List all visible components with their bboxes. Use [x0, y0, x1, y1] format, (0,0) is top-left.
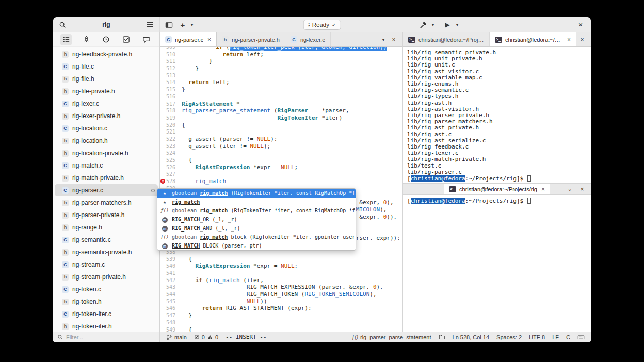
bottom-panel-close-button[interactable]: × — [576, 184, 588, 195]
file-item[interactable]: hrig-file-private.h — [55, 85, 158, 97]
completion-item[interactable]: mRIG_MATCH_AND (_l, _r) — [157, 224, 356, 233]
code-text: } — [180, 86, 185, 93]
window-close-button[interactable]: × — [575, 20, 586, 30]
code-line: 549 { — [160, 326, 403, 332]
editor-tab[interactable]: hrig-parser-private.h — [217, 32, 285, 46]
history-panel-button[interactable] — [101, 34, 112, 45]
file-item[interactable]: hrig-parser-matchers.h — [55, 196, 158, 209]
completion-item[interactable]: mRIG_MATCH_OR (_l, _r) — [157, 215, 356, 224]
messages-panel-button[interactable] — [141, 34, 152, 45]
file-item[interactable]: Crig-token-iter.c — [55, 308, 158, 320]
file-item[interactable]: Crig-match.c — [55, 159, 158, 172]
line-ending-setting[interactable]: LF — [552, 334, 559, 340]
star-icon: ★ — [160, 198, 169, 206]
tab-close-icon[interactable]: × — [566, 36, 571, 43]
code-text: { — [180, 256, 192, 263]
run-options-chevron-icon[interactable]: ▾ — [454, 19, 461, 30]
terminal-bottom[interactable]: [christian@fedora:~/Projects/rig]$ — [403, 195, 591, 332]
file-item[interactable]: Crig-lexer.c — [55, 97, 158, 110]
file-name: rig-semantic-private.h — [72, 249, 155, 256]
current-symbol[interactable]: ƒ() rig_parser_parse_statement — [352, 334, 431, 340]
panel-chevron-icon[interactable]: ⌄ — [566, 184, 573, 195]
file-item[interactable]: Crig-token.c — [55, 283, 158, 295]
editor-close-button[interactable]: × — [388, 34, 399, 45]
file-item[interactable]: Crig-stream.c — [55, 258, 158, 271]
completion-item[interactable]: mRIG_MATCH_BLOCK (parser, ptr) — [157, 241, 356, 250]
file-item[interactable]: hrig-location.h — [55, 135, 158, 147]
run-button[interactable]: ▶ — [442, 19, 453, 30]
completion-item[interactable]: ★rig_match — [157, 198, 356, 206]
build-button[interactable] — [417, 19, 429, 30]
omnibar-status[interactable]: ▴▾ Ready ✓ — [303, 20, 341, 30]
error-icon: × — [160, 179, 165, 184]
completion-item[interactable]: ★gboolean rig_match (RigTokenIter *iter,… — [157, 189, 356, 198]
file-item[interactable]: hrig-token.h — [55, 295, 158, 308]
file-item[interactable]: hrig-parser-private.h — [55, 209, 158, 221]
terminal-line: lib/rig-types.h — [407, 93, 587, 100]
terminal-bottom-tab[interactable]: >_ christian@fedora:~/Projects/rig × — [444, 184, 550, 194]
line-number: 547 — [160, 312, 180, 319]
prompt-user-host: christian@fedora — [411, 198, 465, 204]
project-tree-button[interactable] — [60, 34, 72, 45]
gnome-builder-window: rig + ▾ ▴▾ Ready ✓ ▾ ▶ ▾ — [53, 17, 591, 342]
indentation-setting[interactable]: Spaces: 2 — [496, 334, 522, 340]
file-name: rig-file.h — [72, 75, 155, 83]
build-options-chevron-icon[interactable]: ▾ — [429, 19, 437, 30]
git-branch[interactable]: main — [166, 334, 187, 340]
file-name: rig-parser.c — [72, 187, 148, 194]
completion-item[interactable]: ƒ()gboolean rig_match (RigTokenIter *ite… — [157, 206, 356, 215]
line-number: 526 — [160, 164, 180, 171]
file-item[interactable]: hrig-file.h — [55, 73, 158, 85]
file-item[interactable]: Crig-file.c — [55, 60, 158, 73]
panel-close-button[interactable]: × — [576, 34, 588, 45]
todo-panel-button[interactable] — [121, 34, 132, 45]
file-type-icon: C — [62, 63, 69, 70]
code-text — [180, 171, 182, 178]
encoding-setting[interactable]: UTF-8 — [529, 334, 545, 340]
tab-close-icon[interactable]: × — [206, 36, 211, 43]
new-tab-button[interactable]: + — [177, 19, 188, 30]
editor-tab-strip: Crig-parser.c×hrig-parser-private.hCrig-… — [160, 32, 331, 46]
file-type-icon: C — [62, 101, 69, 107]
updown-chevrons-icon: ▴▾ — [308, 22, 310, 27]
status-bar: main 0 0 -- INSERT -- ƒ() rig_parser_par… — [160, 332, 591, 342]
toggle-left-panel-button[interactable] — [163, 19, 174, 30]
keyboard-button[interactable] — [577, 334, 585, 341]
file-item[interactable]: hrig-token-iter.h — [55, 320, 158, 332]
file-item[interactable]: Crig-semantic.c — [55, 234, 158, 246]
filter-input[interactable] — [66, 334, 138, 340]
file-item[interactable]: Crig-parser.c — [55, 184, 158, 196]
cursor-position[interactable]: Ln 528, Col 14 — [453, 334, 490, 340]
new-tab-chevron-icon[interactable]: ▾ — [188, 19, 196, 30]
tab-label: rig-parser-private.h — [232, 37, 280, 43]
file-name: rig-token-iter.h — [72, 323, 155, 330]
tab-close-icon[interactable]: × — [540, 186, 545, 193]
editor-tab[interactable]: Crig-parser.c× — [160, 32, 217, 46]
file-item[interactable]: Crig-location.c — [55, 122, 158, 135]
file-item[interactable]: hrig-range.h — [55, 221, 158, 234]
file-item[interactable]: hrig-match-private.h — [55, 172, 158, 184]
code-text — [180, 93, 182, 101]
terminal-top[interactable]: lib/rig-semantic-private.hlib/rig-unit-p… — [403, 47, 591, 183]
line-number: 512 — [160, 65, 180, 72]
menu-button[interactable] — [144, 19, 156, 30]
macro-icon: m — [160, 224, 169, 233]
code-text: return left; — [180, 51, 264, 58]
rocket-icon — [83, 36, 90, 43]
search-button[interactable] — [57, 19, 68, 30]
file-item[interactable]: hrig-feedback-private.h — [55, 48, 158, 60]
project-folder-button[interactable] — [439, 334, 445, 340]
file-item[interactable]: hrig-lexer-private.h — [55, 110, 158, 122]
terminal-tab-2[interactable]: >_ christian@fedora:~/Projects… × — [490, 32, 576, 46]
file-item[interactable]: hrig-location-private.h — [55, 147, 158, 159]
language-setting[interactable]: C — [566, 334, 570, 340]
file-item[interactable]: hrig-semantic-private.h — [55, 246, 158, 258]
completion-item[interactable]: ƒ()gboolean rig_match_block (RigTokenIte… — [157, 233, 356, 241]
build-panel-button[interactable] — [81, 34, 92, 45]
terminal-tab-1[interactable]: >_ christian@fedora:~/Projects/rig — [403, 32, 490, 46]
editor-tab[interactable]: Crig-lexer.c — [285, 32, 331, 46]
hamburger-icon — [147, 24, 153, 25]
diagnostics[interactable]: 0 0 — [194, 334, 218, 340]
file-item[interactable]: hrig-stream-private.h — [55, 271, 158, 283]
tab-list-chevron-icon[interactable]: ▾ — [380, 34, 387, 45]
